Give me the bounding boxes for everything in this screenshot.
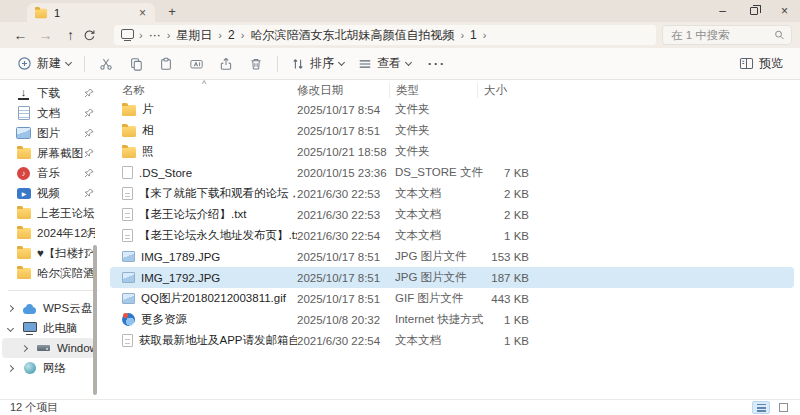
file-name-cell: 获取最新地址及APP请发邮箱自动获取.txt (122, 333, 297, 348)
file-name: 【老王论坛介绍】.txt (139, 207, 246, 222)
file-row[interactable]: 更多资源2025/10/8 20:32Internet 快捷方式1 KB (110, 309, 794, 330)
view-button[interactable]: 查看 (351, 55, 418, 72)
file-name-cell: 更多资源 (122, 312, 297, 327)
address-bar[interactable]: ›···›星期日›2›哈尔滨陪酒女东北胡妹高颜值自拍视频›1› (114, 25, 656, 45)
search-input[interactable] (669, 28, 774, 42)
view-label: 查看 (377, 55, 401, 72)
status-bar: 12 个项目 (0, 399, 800, 415)
new-tab-button[interactable]: + (163, 4, 181, 19)
breadcrumb-item[interactable]: 哈尔滨陪酒女东北胡妹高颜值自拍视频 (246, 27, 458, 44)
forward-button[interactable]: → (33, 28, 58, 42)
details-view-button[interactable] (752, 401, 770, 414)
chevron-right-icon[interactable] (7, 364, 14, 371)
sidebar-item-Windows-SSD[interactable]: Windows-SSD (2, 338, 94, 358)
file-row[interactable]: IMG_1792.JPG2025/10/17 8:51JPG 图片文件187 K… (110, 267, 794, 288)
copy-button[interactable] (121, 57, 151, 71)
file-row[interactable]: 【来了就能下载和观看的论坛，纯免费！】.txt2021/6/30 22:53文本… (110, 183, 794, 204)
sidebar-item-音乐[interactable]: 音乐 (0, 163, 110, 183)
breadcrumb-item[interactable]: 1 (466, 28, 481, 42)
file-type: JPG 图片文件 (395, 249, 483, 264)
rename-button[interactable] (181, 57, 211, 71)
column-header-type[interactable]: 类型 (389, 83, 483, 98)
preview-pane-icon (739, 57, 754, 70)
sidebar-item-图片[interactable]: 图片 (0, 123, 110, 143)
file-name-cell: QQ图片20180212003811.gif (122, 291, 297, 306)
back-button[interactable]: ← (8, 28, 33, 42)
sidebar-item-视频[interactable]: 视频 (0, 183, 110, 203)
folder-icon (122, 126, 136, 137)
delete-button[interactable] (241, 57, 271, 71)
sidebar-item-上老王论坛当[interactable]: 上老王论坛当 (0, 203, 110, 223)
file-row[interactable]: 片2025/10/17 8:54文件夹 (110, 99, 794, 120)
file-row[interactable]: 【老王论坛永久地址发布页】.txt2021/6/30 22:54文本文档1 KB (110, 225, 794, 246)
breadcrumb-separator-icon: › (137, 29, 145, 41)
file-date: 2025/10/17 8:51 (297, 272, 395, 284)
restore-button[interactable] (738, 0, 769, 22)
pin-icon (84, 168, 94, 178)
file-row[interactable]: 获取最新地址及APP请发邮箱自动获取.txt2021/6/30 22:54文本文… (110, 330, 794, 351)
sort-button[interactable]: 排序 (284, 55, 351, 72)
paste-button[interactable] (151, 57, 181, 71)
explorer-tab[interactable]: 1 × (27, 3, 155, 22)
sidebar: 下载文档图片屏幕截图音乐视频上老王论坛当2024年12月,♥【扫楼打卡哈尔滨陪酒… (0, 80, 110, 399)
chevron-right-icon[interactable] (7, 304, 14, 311)
pin-icon (84, 108, 94, 118)
breadcrumb-separator-icon: › (165, 29, 173, 41)
breadcrumb-item[interactable]: ··· (145, 28, 165, 42)
sidebar-item-2024年12月,[interactable]: 2024年12月, (0, 223, 110, 243)
refresh-button[interactable] (83, 29, 108, 42)
breadcrumb-item[interactable]: 星期日 (172, 27, 216, 44)
sidebar-item-文档[interactable]: 文档 (0, 103, 110, 123)
tab-close-icon[interactable]: × (137, 7, 148, 19)
file-row[interactable]: 照2025/10/21 18:58文件夹 (110, 141, 794, 162)
column-header-name[interactable]: 名称 (122, 83, 297, 98)
file-row[interactable]: 相2025/10/17 8:51文件夹 (110, 120, 794, 141)
new-button[interactable]: 新建 (10, 55, 78, 72)
file-size: 1 KB (483, 230, 539, 242)
pin-icon (84, 228, 94, 238)
column-header-date[interactable]: 修改日期 (297, 83, 395, 98)
folder-icon (16, 226, 31, 241)
file-date: 2021/6/30 22:54 (297, 230, 395, 242)
up-button[interactable]: ↑ (58, 28, 83, 42)
chevron-down-icon (338, 58, 345, 65)
items-count: 12 个项目 (10, 400, 58, 415)
file-date: 2025/10/17 8:54 (297, 104, 395, 116)
pin-icon (84, 208, 94, 218)
cut-button[interactable] (91, 57, 121, 71)
file-size: 153 KB (483, 251, 539, 263)
folder-icon (122, 105, 136, 116)
file-row[interactable]: 【老王论坛介绍】.txt2021/6/30 22:53文本文档2 KB (110, 204, 794, 225)
sidebar-item-下载[interactable]: 下载 (0, 83, 110, 103)
folder-icon (17, 148, 31, 159)
image-icon (122, 251, 135, 262)
breadcrumb-separator-icon: › (481, 29, 489, 41)
preview-button[interactable]: 预览 (732, 55, 790, 72)
file-size: 1 KB (483, 314, 539, 326)
pin-icon (84, 88, 94, 98)
minimize-button[interactable]: – (707, 0, 738, 22)
sidebar-scrollbar[interactable] (93, 245, 97, 395)
file-row[interactable]: .DS_Store2020/10/15 23:36DS_STORE 文件7 KB (110, 162, 794, 183)
file-row[interactable]: QQ图片20180212003811.gif2025/10/17 8:51GIF… (110, 288, 794, 309)
content-area: 下载文档图片屏幕截图音乐视频上老王论坛当2024年12月,♥【扫楼打卡哈尔滨陪酒… (0, 80, 800, 399)
share-button[interactable] (211, 57, 241, 71)
chevron-right-icon[interactable] (21, 344, 28, 351)
more-options-button[interactable]: ··· (418, 57, 456, 71)
column-header-size[interactable]: 大小 (477, 83, 539, 98)
chevron-down-icon[interactable] (7, 324, 14, 331)
close-button[interactable]: × (769, 0, 800, 22)
file-row[interactable]: IMG_1789.JPG2025/10/17 8:51JPG 图片文件153 K… (110, 246, 794, 267)
folder-icon (17, 208, 31, 219)
file-name: 获取最新地址及APP请发邮箱自动获取.txt (139, 333, 297, 348)
view-icon (358, 57, 372, 71)
txt-icon (122, 229, 133, 242)
toolbar-divider (84, 56, 85, 72)
paste-icon (159, 57, 173, 71)
file-list: 片2025/10/17 8:54文件夹相2025/10/17 8:51文件夹照2… (110, 99, 800, 399)
txt-icon (122, 334, 133, 347)
folder-icon (17, 248, 31, 259)
breadcrumb-item[interactable]: 2 (224, 28, 239, 42)
sidebar-item-屏幕截图[interactable]: 屏幕截图 (0, 143, 110, 163)
thumbnail-view-button[interactable] (774, 401, 792, 414)
